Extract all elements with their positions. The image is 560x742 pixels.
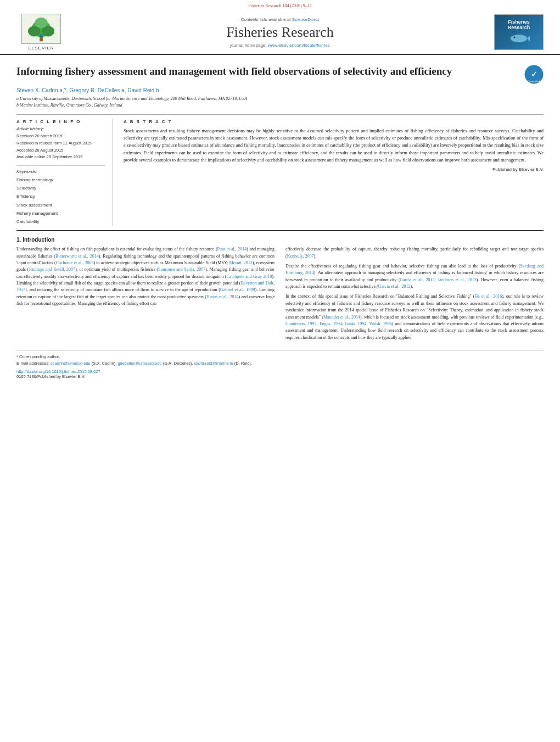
page: Fisheries Research 184 (2016) 9–17 xyxy=(0,0,560,742)
email-reid[interactable]: david.reid@marine.ie xyxy=(194,361,233,366)
svg-point-6 xyxy=(40,34,43,37)
introduction-heading: 1. Introduction xyxy=(16,237,544,243)
article-dates: Received 20 March 2015 Received in revis… xyxy=(16,133,105,161)
footer-section: * Corresponding author. E-mail addresses… xyxy=(16,350,544,379)
affiliation-a: a University of Massachusetts, Dartmouth… xyxy=(16,96,544,102)
ref-maunder-2014[interactable]: Maunder et al., 2014 xyxy=(323,315,360,320)
introduction-columns: Understanding the effect of fishing on f… xyxy=(16,246,544,344)
intro-left-para-1: Understanding the effect of fishing on f… xyxy=(16,246,275,308)
elsevier-brand-text: ELSEVIER xyxy=(28,46,54,51)
journal-issue-text: Fisheries Research 184 (2016) 9–17 xyxy=(248,3,312,8)
email-decelles-name: (G.R. DeCelles), xyxy=(163,361,194,366)
received-date: Received 20 March 2015 xyxy=(16,133,105,140)
ref-hixon-2014[interactable]: Hixon et al., 2014 xyxy=(206,294,239,299)
ref-garcia-2012[interactable]: Garcia et al., 2012; Jacobsen et al., 20… xyxy=(400,277,477,282)
email-label: E-mail addresses: xyxy=(16,361,51,366)
keywords-label: Keywords: xyxy=(16,169,105,174)
article-info: A R T I C L E I N F O Article history: R… xyxy=(16,119,113,226)
intro-col-left: Understanding the effect of fishing on f… xyxy=(16,246,275,344)
ref-svedang-hornborg-2014[interactable]: Svedang and Hornborg, 2014 xyxy=(285,264,544,275)
svg-point-5 xyxy=(35,17,47,27)
ref-jennings-revill-2007[interactable]: Jennings and Revill, 2007 xyxy=(29,267,75,272)
contents-label: Contents lists available at xyxy=(241,17,291,22)
keywords-section: Keywords: Fishing technology Selectivity… xyxy=(16,165,105,226)
svg-text:CrossMark: CrossMark xyxy=(527,80,541,83)
homepage-link[interactable]: www.elsevier.com/locate/fishres xyxy=(268,43,330,48)
ref-cochrane-2009[interactable]: Cochrane et al., 2009 xyxy=(56,260,94,265)
svg-marker-8 xyxy=(527,36,530,41)
published-by: Published by Elsevier B.V. xyxy=(124,167,544,172)
keyword-1: Fishing technology xyxy=(16,176,105,184)
ref-suuronen-sarda-2007[interactable]: Suuronen and Sarda, 2007 xyxy=(158,267,205,272)
elsevier-logo: ELSEVIER xyxy=(16,14,66,51)
abstract-text: Stock assessments and resulting fishery … xyxy=(124,127,544,164)
fisheries-research-logo: Fisheries Research xyxy=(494,14,544,50)
ref-gabriel-1989[interactable]: Gabriel et al., 1989 xyxy=(220,287,255,292)
contents-line: Contents lists available at ScienceDirec… xyxy=(66,17,494,22)
email-cadrin-name: (S.X. Cadrin), xyxy=(92,361,118,366)
revised-date: Received in revised form 11 August 2015 xyxy=(16,140,105,147)
article-info-title: A R T I C L E I N F O xyxy=(16,119,105,124)
email-decelles[interactable]: gdecelles@umassd.edu xyxy=(117,361,161,366)
main-content: 1. Introduction Understanding the effect… xyxy=(16,230,544,344)
email-reid-name: (D. Reid). xyxy=(234,361,252,366)
available-date: Available online 28 September 2015 xyxy=(16,154,105,161)
keyword-3: Efficiency xyxy=(16,192,105,200)
ref-butterworth-2014[interactable]: Butterworth et al., 2014 xyxy=(55,254,99,259)
ref-he-2016[interactable]: He et al., 2016 xyxy=(474,294,502,299)
abstract-section: A B S T R A C T Stock assessments and re… xyxy=(124,119,544,226)
section-number: 1. xyxy=(16,237,21,243)
ref-garcia-2012b[interactable]: Garcia et al., 2012 xyxy=(378,284,411,289)
article-title: Informing fishery assessment and managem… xyxy=(16,65,452,79)
homepage-label: journal homepage: xyxy=(230,43,266,48)
keywords-list: Fishing technology Selectivity Efficienc… xyxy=(16,176,105,226)
intro-right-para-3: In the context of this special issue of … xyxy=(285,293,544,341)
svg-text:✓: ✓ xyxy=(531,70,537,79)
affiliation-b: b Marine Institute, Rinville, Oranmore C… xyxy=(16,102,544,109)
affiliations: a University of Massachusetts, Dartmouth… xyxy=(16,96,544,109)
email-footnote: E-mail addresses: scadrin@umassd.edu (S.… xyxy=(16,360,544,367)
section-title: Introduction xyxy=(23,237,54,243)
keyword-2: Selectivity xyxy=(16,184,105,192)
fish-icon xyxy=(508,32,530,44)
authors: Steven X. Cadrin a,*, Gregory R. DeCelle… xyxy=(16,87,544,93)
issn-text: 0165-7836/Published by Elsevier B.V. xyxy=(16,374,85,379)
intro-col-right: effectively decrease the probability of … xyxy=(285,246,544,344)
ref-mesnil-2012[interactable]: Mesnil, 2012 xyxy=(229,260,252,265)
journal-center: Contents lists available at ScienceDirec… xyxy=(66,17,494,48)
ref-punt-2014[interactable]: Punt et al., 2014 xyxy=(217,247,247,252)
article-body: Informing fishery assessment and managem… xyxy=(0,55,560,384)
journal-title: Fisheries Research xyxy=(66,24,494,41)
corresponding-label: Corresponding author. xyxy=(19,354,60,359)
accepted-date: Accepted 28 August 2015 xyxy=(16,147,105,154)
article-title-section: Informing fishery assessment and managem… xyxy=(16,60,544,84)
doi-line[interactable]: http://dx.doi.org/10.1016/j.fishres.2015… xyxy=(16,369,544,374)
homepage-line: journal homepage: www.elsevier.com/locat… xyxy=(66,43,494,48)
corresponding-footnote: * Corresponding author. xyxy=(16,354,544,360)
ref-gunderson-1993[interactable]: Gunderson, 1993; Engas, 1994; Godø, 1994… xyxy=(285,321,392,326)
elsevier-tree-logo xyxy=(21,14,61,44)
sciencedirect-link[interactable]: ScienceDirect xyxy=(292,17,319,22)
ref-catchpole-gray-2010[interactable]: Catchpole and Gray 2010 xyxy=(227,274,272,279)
abstract-title: A B S T R A C T xyxy=(124,119,544,124)
keyword-4: Stock assessment xyxy=(16,201,105,209)
intro-right-para-1: effectively decrease the probability of … xyxy=(285,246,544,260)
intro-right-para-2: Despite the effectiveness of regulating … xyxy=(285,263,544,291)
crossmark-logo: ✓ CrossMark xyxy=(524,65,544,84)
journal-issue-bar: Fisheries Research 184 (2016) 9–17 xyxy=(0,0,560,9)
svg-point-9 xyxy=(514,37,516,38)
ref-kennelly-2007[interactable]: Kennelly, 2007 xyxy=(287,254,314,259)
issn-line: 0165-7836/Published by Elsevier B.V. xyxy=(16,374,544,379)
article-history-label: Article history: xyxy=(16,126,105,131)
keyword-6: Catchability xyxy=(16,217,105,226)
elsevier-tree-illustration xyxy=(23,15,60,43)
info-abstract-section: A R T I C L E I N F O Article history: R… xyxy=(16,114,544,226)
doi-text[interactable]: http://dx.doi.org/10.1016/j.fishres.2015… xyxy=(16,369,100,374)
email-cadrin[interactable]: scadrin@umassd.edu xyxy=(51,361,91,366)
keyword-5: Fishery management xyxy=(16,209,105,217)
journal-header: ELSEVIER Contents lists available at Sci… xyxy=(0,9,560,55)
svg-point-7 xyxy=(511,35,527,42)
